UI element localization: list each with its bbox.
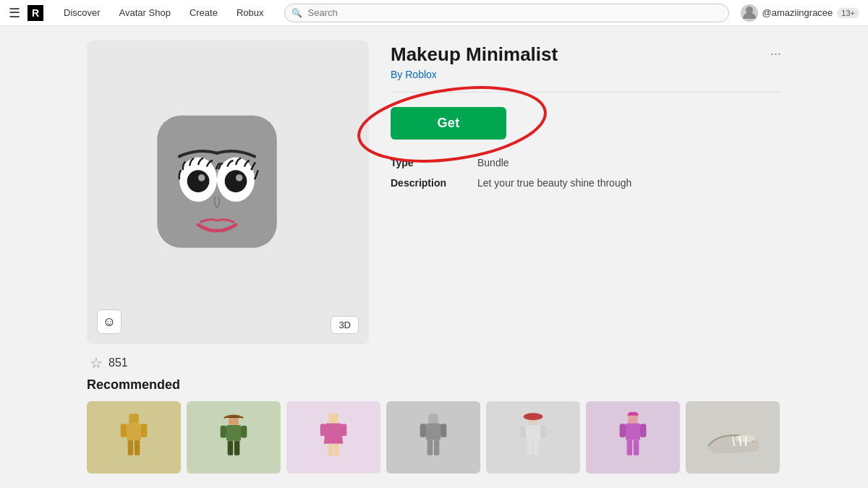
- svg-rect-9: [129, 414, 138, 423]
- svg-rect-34: [526, 425, 540, 441]
- svg-rect-25: [334, 443, 339, 455]
- svg-point-4: [187, 170, 210, 192]
- roblox-logo-text: R: [32, 7, 39, 19]
- svg-rect-36: [540, 425, 546, 437]
- svg-rect-14: [135, 440, 140, 455]
- svg-rect-18: [241, 425, 247, 437]
- svg-rect-38: [534, 440, 540, 455]
- hamburger-menu-icon[interactable]: ☰: [9, 5, 20, 21]
- roblox-logo[interactable]: R: [27, 5, 43, 21]
- svg-rect-12: [141, 424, 147, 437]
- username-label: @amaziingracee: [762, 7, 833, 18]
- svg-rect-19: [228, 440, 234, 455]
- get-button[interactable]: Get: [391, 107, 506, 140]
- more-options-icon[interactable]: ···: [770, 46, 781, 61]
- description-value: Let your true beauty shine through: [477, 177, 631, 189]
- nav-robux[interactable]: Robux: [228, 3, 273, 22]
- list-item[interactable]: [586, 401, 680, 474]
- rating-count: 851: [109, 356, 128, 369]
- svg-point-33: [524, 413, 543, 420]
- avatar: [741, 4, 758, 22]
- description-row: Description Let your true beauty shine t…: [391, 177, 781, 189]
- svg-rect-31: [434, 440, 440, 455]
- avatar-icon: ☺: [103, 314, 116, 330]
- item-meta: Type Bundle Description Let your true be…: [391, 157, 781, 189]
- nav-links: Discover Avatar Shop Create Robux: [55, 3, 273, 22]
- recommended-grid: [87, 401, 781, 474]
- svg-rect-13: [128, 440, 134, 455]
- avatar-view-button[interactable]: ☺: [97, 309, 122, 334]
- svg-rect-44: [634, 440, 639, 455]
- item-title: Makeup Minimalist: [391, 43, 558, 66]
- get-button-container: Get: [391, 101, 506, 151]
- rating-row: ☆ 851: [87, 354, 391, 372]
- type-value: Bundle: [477, 157, 509, 168]
- nav-avatar-shop[interactable]: Avatar Shop: [111, 3, 179, 22]
- svg-rect-35: [520, 425, 526, 437]
- search-icon: 🔍: [292, 8, 302, 18]
- search-input[interactable]: [284, 4, 729, 22]
- navbar: ☰ R Discover Avatar Shop Create Robux 🔍 …: [0, 0, 868, 26]
- svg-point-45: [735, 435, 754, 442]
- list-item[interactable]: [686, 401, 780, 474]
- list-item[interactable]: [386, 401, 480, 474]
- main-content: ☺ 3D ☆ 851 Makeup Minimalist ··· By Robl…: [0, 26, 868, 377]
- svg-rect-1: [157, 116, 276, 248]
- list-item[interactable]: [486, 401, 580, 474]
- svg-rect-17: [221, 425, 226, 437]
- svg-rect-22: [320, 424, 326, 436]
- divider: [391, 92, 781, 93]
- nav-discover[interactable]: Discover: [55, 3, 109, 22]
- svg-rect-42: [640, 424, 646, 437]
- svg-rect-23: [341, 424, 346, 436]
- description-label: Description: [391, 177, 477, 189]
- svg-rect-11: [121, 424, 127, 437]
- creator-link[interactable]: Roblox: [405, 69, 437, 80]
- recommended-section: Recommended: [0, 377, 868, 488]
- svg-rect-21: [328, 414, 338, 423]
- list-item[interactable]: [286, 401, 380, 474]
- svg-rect-30: [427, 440, 433, 455]
- svg-rect-40: [626, 423, 640, 440]
- svg-point-5: [198, 174, 205, 181]
- item-creator: By Roblox: [391, 69, 781, 80]
- svg-rect-43: [627, 440, 633, 455]
- svg-rect-20: [234, 440, 240, 455]
- search-bar[interactable]: 🔍: [284, 4, 729, 22]
- svg-rect-28: [420, 424, 426, 437]
- list-item[interactable]: [187, 401, 281, 474]
- age-badge: 13+: [837, 8, 859, 18]
- svg-rect-27: [426, 423, 441, 440]
- svg-rect-41: [620, 424, 626, 437]
- nav-create[interactable]: Create: [181, 3, 226, 22]
- recommended-title: Recommended: [87, 377, 781, 393]
- svg-rect-16: [226, 425, 241, 441]
- svg-rect-10: [127, 423, 141, 440]
- user-menu[interactable]: @amaziingracee 13+: [741, 4, 859, 22]
- svg-rect-29: [441, 424, 446, 437]
- type-label: Type: [391, 157, 477, 168]
- view-3d-button[interactable]: 3D: [331, 316, 359, 334]
- svg-rect-24: [328, 443, 333, 455]
- list-item[interactable]: [87, 401, 181, 474]
- item-image-panel: ☺ 3D: [87, 40, 369, 344]
- svg-rect-26: [428, 414, 438, 423]
- svg-point-7: [236, 174, 242, 181]
- type-row: Type Bundle: [391, 157, 781, 168]
- svg-rect-37: [527, 440, 533, 455]
- item-image: [123, 40, 311, 344]
- item-detail-panel: Makeup Minimalist ··· By Roblox Get Type…: [391, 40, 781, 363]
- star-icon[interactable]: ☆: [90, 354, 103, 372]
- svg-point-6: [225, 170, 247, 192]
